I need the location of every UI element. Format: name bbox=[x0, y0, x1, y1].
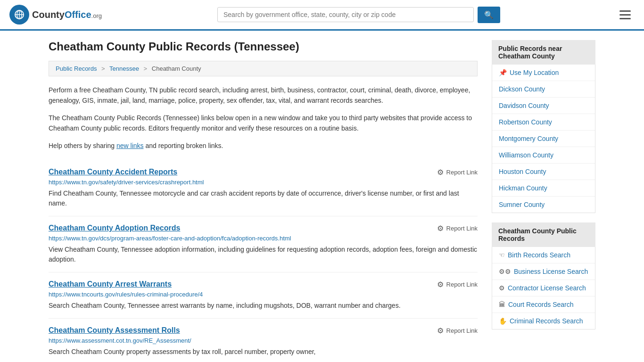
report-link-accident[interactable]: ⚙ Report Link bbox=[437, 168, 478, 177]
sidebar-nearby-section: Public Records near Cheatham County 📌 Us… bbox=[492, 40, 595, 213]
person-icon: ☜ bbox=[499, 251, 505, 259]
sidebar-item-contractor-license[interactable]: ⚙ Contractor License Search bbox=[492, 280, 595, 296]
menu-button[interactable] bbox=[616, 8, 635, 21]
record-desc-warrants: Search Cheatham County, Tennessee arrest… bbox=[49, 301, 478, 311]
logo-area: CountyOffice.org bbox=[9, 5, 102, 25]
sidebar-county-list: ☜ Birth Records Search ⚙⚙ Business Licen… bbox=[492, 247, 595, 329]
record-entry-accident: Cheatham County Accident Reports ⚙ Repor… bbox=[49, 160, 478, 216]
breadcrumb-sep2: > bbox=[144, 65, 148, 72]
report-link-label-warrants: Report Link bbox=[446, 281, 478, 288]
report-icon-accident: ⚙ bbox=[437, 168, 444, 177]
record-desc-adoption: View Cheatham County, Tennessee adoption… bbox=[49, 245, 478, 264]
sidebar-item-use-my-location[interactable]: 📌 Use My Location bbox=[492, 65, 595, 81]
sidebar-item-criminal-records[interactable]: ✋ Criminal Records Search bbox=[492, 313, 595, 329]
search-area: 🔍 bbox=[217, 7, 500, 23]
sidebar-nearby-title: Public Records near Cheatham County bbox=[492, 40, 595, 65]
sidebar-item-houston[interactable]: Houston County bbox=[492, 164, 595, 180]
record-url-warrants[interactable]: https://www.tncourts.gov/rules/rules-cri… bbox=[49, 291, 478, 298]
report-link-label-accident: Report Link bbox=[446, 169, 478, 176]
page-title: Cheatham County Public Records (Tennesse… bbox=[49, 40, 478, 53]
sidebar-link-use-my-location[interactable]: Use My Location bbox=[510, 69, 559, 76]
sidebar-item-hickman[interactable]: Hickman County bbox=[492, 180, 595, 197]
sidebar-county-section: Cheatham County Public Records ☜ Birth R… bbox=[492, 222, 595, 329]
sidebar-link-sumner[interactable]: Sumner County bbox=[499, 201, 545, 208]
record-title-accident[interactable]: Cheatham County Accident Reports bbox=[49, 168, 177, 176]
sidebar-item-dickson[interactable]: Dickson County bbox=[492, 81, 595, 98]
content-area: Cheatham County Public Records (Tennesse… bbox=[49, 40, 478, 362]
sidebar-link-houston[interactable]: Houston County bbox=[499, 168, 546, 175]
gear2-icon: ⚙⚙ bbox=[499, 268, 511, 275]
record-title-warrants[interactable]: Cheatham County Arrest Warrants bbox=[49, 280, 172, 288]
record-title-adoption[interactable]: Cheatham County Adoption Records bbox=[49, 224, 180, 232]
logo-text: CountyOffice.org bbox=[32, 9, 102, 20]
building-icon: 🏛 bbox=[499, 301, 505, 308]
record-entry-assessment: Cheatham County Assessment Rolls ⚙ Repor… bbox=[49, 319, 478, 362]
search-button[interactable]: 🔍 bbox=[478, 7, 500, 23]
record-entry-warrants: Cheatham County Arrest Warrants ⚙ Report… bbox=[49, 272, 478, 319]
record-entry-adoption: Cheatham County Adoption Records ⚙ Repor… bbox=[49, 216, 478, 272]
report-icon-assessment: ⚙ bbox=[437, 326, 444, 335]
report-link-adoption[interactable]: ⚙ Report Link bbox=[437, 224, 478, 233]
sidebar-item-williamson[interactable]: Williamson County bbox=[492, 147, 595, 164]
sidebar-link-dickson[interactable]: Dickson County bbox=[499, 85, 545, 93]
records-list: Cheatham County Accident Reports ⚙ Repor… bbox=[49, 160, 478, 362]
breadcrumb-current: Cheatham County bbox=[152, 65, 201, 72]
sidebar-item-robertson[interactable]: Robertson County bbox=[492, 114, 595, 131]
intro-paragraph-2: The Cheatham County Public Records (Tenn… bbox=[49, 113, 478, 134]
report-link-label-adoption: Report Link bbox=[446, 225, 478, 232]
sidebar: Public Records near Cheatham County 📌 Us… bbox=[492, 40, 595, 362]
sidebar-item-davidson[interactable]: Davidson County bbox=[492, 98, 595, 114]
sidebar-link-williamson[interactable]: Williamson County bbox=[499, 151, 553, 159]
sidebar-link-contractor-license[interactable]: Contractor License Search bbox=[508, 284, 586, 292]
sidebar-link-court-records[interactable]: Court Records Search bbox=[508, 301, 574, 308]
report-icon-warrants: ⚙ bbox=[437, 280, 444, 289]
help-paragraph: Help others by sharing new links and rep… bbox=[49, 140, 478, 151]
record-url-accident[interactable]: https://www.tn.gov/safety/driver-service… bbox=[49, 179, 478, 186]
record-header-assessment: Cheatham County Assessment Rolls ⚙ Repor… bbox=[49, 326, 478, 335]
sidebar-nearby-list: 📌 Use My Location Dickson County Davidso… bbox=[492, 65, 595, 213]
main-layout: Cheatham County Public Records (Tennesse… bbox=[39, 31, 605, 362]
gear-icon: ⚙ bbox=[499, 284, 505, 292]
sidebar-item-montgomery[interactable]: Montgomery County bbox=[492, 131, 595, 147]
sidebar-link-robertson[interactable]: Robertson County bbox=[499, 118, 552, 126]
new-links-link[interactable]: new links bbox=[116, 142, 144, 149]
report-link-assessment[interactable]: ⚙ Report Link bbox=[437, 326, 478, 335]
sidebar-link-hickman[interactable]: Hickman County bbox=[499, 184, 547, 192]
sidebar-item-business-license[interactable]: ⚙⚙ Business License Search bbox=[492, 263, 595, 280]
record-header-warrants: Cheatham County Arrest Warrants ⚙ Report… bbox=[49, 280, 478, 289]
record-header-adoption: Cheatham County Adoption Records ⚙ Repor… bbox=[49, 224, 478, 233]
record-title-assessment[interactable]: Cheatham County Assessment Rolls bbox=[49, 326, 180, 335]
sidebar-item-court-records[interactable]: 🏛 Court Records Search bbox=[492, 296, 595, 313]
record-url-adoption[interactable]: https://www.tn.gov/dcs/program-areas/fos… bbox=[49, 235, 478, 242]
intro-paragraph-1: Perform a free Cheatham County, TN publi… bbox=[49, 85, 478, 106]
location-pin-icon: 📌 bbox=[499, 69, 507, 76]
hand-icon: ✋ bbox=[499, 317, 507, 325]
record-desc-assessment: Search Cheatham County property assessme… bbox=[49, 347, 478, 357]
sidebar-link-montgomery[interactable]: Montgomery County bbox=[499, 135, 558, 142]
search-icon: 🔍 bbox=[484, 11, 494, 19]
record-url-assessment[interactable]: https://www.assessment.cot.tn.gov/RE_Ass… bbox=[49, 337, 478, 344]
sidebar-item-sumner[interactable]: Sumner County bbox=[492, 197, 595, 213]
header: CountyOffice.org 🔍 bbox=[0, 0, 644, 31]
record-desc-accident: Find Cheatham County, Tennessee motorcyc… bbox=[49, 189, 478, 208]
search-input[interactable] bbox=[217, 7, 474, 22]
sidebar-link-davidson[interactable]: Davidson County bbox=[499, 102, 549, 109]
sidebar-link-criminal-records[interactable]: Criminal Records Search bbox=[510, 317, 583, 325]
report-icon-adoption: ⚙ bbox=[437, 224, 444, 233]
breadcrumb-tennessee[interactable]: Tennessee bbox=[109, 65, 139, 72]
sidebar-item-birth-records[interactable]: ☜ Birth Records Search bbox=[492, 247, 595, 263]
report-link-label-assessment: Report Link bbox=[446, 327, 478, 334]
report-link-warrants[interactable]: ⚙ Report Link bbox=[437, 280, 478, 289]
sidebar-link-birth-records[interactable]: Birth Records Search bbox=[508, 251, 570, 259]
sidebar-link-business-license[interactable]: Business License Search bbox=[514, 268, 588, 275]
breadcrumb-sep1: > bbox=[101, 65, 105, 72]
record-header-accident: Cheatham County Accident Reports ⚙ Repor… bbox=[49, 168, 478, 177]
logo-icon bbox=[9, 5, 29, 25]
sidebar-county-title: Cheatham County Public Records bbox=[492, 222, 595, 247]
breadcrumb: Public Records > Tennessee > Cheatham Co… bbox=[49, 61, 478, 76]
breadcrumb-public-records[interactable]: Public Records bbox=[56, 65, 97, 72]
